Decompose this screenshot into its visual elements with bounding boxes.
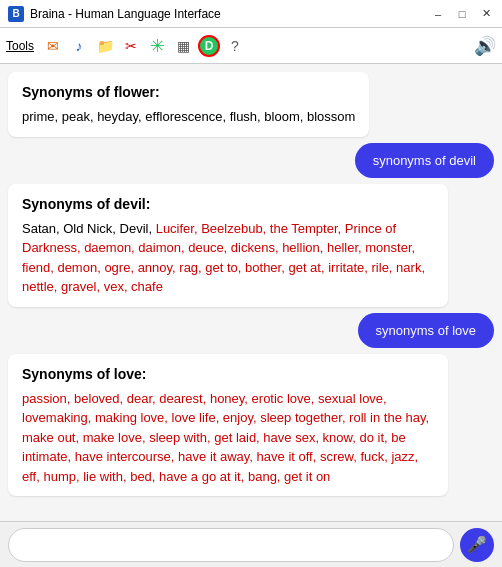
title-bar-left: B Braina - Human Language Interface (8, 6, 221, 22)
toolbar: Tools ✉ ♪ 📁 ✂ ✳ ▦ D ? 🔊 (0, 28, 502, 64)
tools-menu[interactable]: Tools (6, 39, 34, 53)
chat-area: Synonyms of flower: prime, peak, heyday,… (0, 64, 502, 521)
bot-message-love: Synonyms of love: passion, beloved, dear… (8, 354, 448, 497)
asterisk-icon[interactable]: ✳ (146, 35, 168, 57)
minimize-button[interactable]: – (430, 6, 446, 22)
window-controls: – □ ✕ (430, 6, 494, 22)
bot-content-flower: prime, peak, heyday, efflorescence, flus… (22, 107, 355, 127)
scissors-icon[interactable]: ✂ (120, 35, 142, 57)
bot-message-devil: Synonyms of devil: Satan, Old Nick, Devi… (8, 184, 448, 307)
mic-button[interactable]: 🎤 (460, 528, 494, 562)
app-icon: B (8, 6, 24, 22)
bot-heading-flower: Synonyms of flower: (22, 82, 355, 103)
bot-content-love: passion, beloved, dear, dearest, honey, … (22, 389, 434, 487)
music-icon[interactable]: ♪ (68, 35, 90, 57)
folder-icon[interactable]: 📁 (94, 35, 116, 57)
title-bar: B Braina - Human Language Interface – □ … (0, 0, 502, 28)
chat-input[interactable] (8, 528, 454, 562)
table-icon[interactable]: ▦ (172, 35, 194, 57)
email-icon[interactable]: ✉ (42, 35, 64, 57)
help-icon[interactable]: ? (224, 35, 246, 57)
volume-icon[interactable]: 🔊 (474, 35, 496, 57)
input-area: 🎤 (0, 521, 502, 567)
close-button[interactable]: ✕ (478, 6, 494, 22)
user-message-love: synonyms of love (358, 313, 494, 348)
braina-d-icon[interactable]: D (198, 35, 220, 57)
bot-heading-love: Synonyms of love: (22, 364, 434, 385)
bot-heading-devil: Synonyms of devil: (22, 194, 434, 215)
bot-message-flower: Synonyms of flower: prime, peak, heyday,… (8, 72, 369, 137)
window-title: Braina - Human Language Interface (30, 7, 221, 21)
user-message-devil: synonyms of devil (355, 143, 494, 178)
maximize-button[interactable]: □ (454, 6, 470, 22)
bot-content-devil: Satan, Old Nick, Devil, Lucifer, Beelzeb… (22, 219, 434, 297)
